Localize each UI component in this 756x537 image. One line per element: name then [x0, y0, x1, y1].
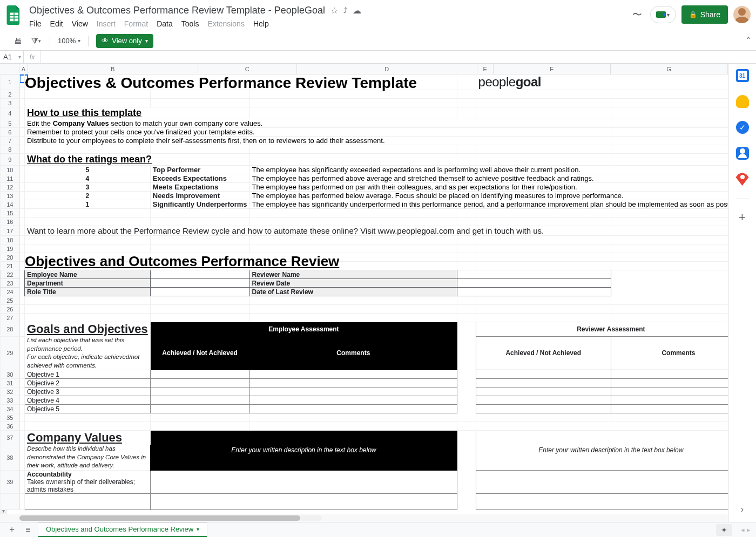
col-header[interactable]: C [198, 64, 297, 74]
menu-data[interactable]: Data [157, 19, 173, 28]
move-icon[interactable]: ⤴ [343, 6, 347, 15]
menu-file[interactable]: File [29, 19, 42, 28]
column-headers[interactable]: A B C D E F G [0, 64, 728, 74]
col-header[interactable]: B [28, 64, 198, 74]
rating-number: 5 [27, 166, 148, 174]
info-input[interactable] [150, 288, 249, 296]
row-header[interactable]: 1 [1, 74, 20, 90]
objective-label[interactable]: Objective 2 [25, 379, 151, 388]
info-input[interactable] [457, 288, 611, 296]
rating-label: Exceeds Expectations [153, 174, 227, 182]
rating-label: Top Performer [153, 166, 201, 174]
print-icon[interactable]: 🖶 [12, 35, 24, 47]
col-header[interactable]: E [477, 64, 494, 74]
assessment-cell[interactable] [150, 388, 249, 396]
assessment-cell[interactable] [476, 379, 611, 388]
value-input[interactable] [476, 470, 728, 493]
sheets-logo[interactable] [5, 4, 23, 26]
meet-button[interactable]: ▾ [650, 6, 676, 23]
info-input[interactable] [150, 279, 249, 288]
assessment-cell[interactable] [611, 396, 728, 405]
section-description: List each objective that was set this pe… [27, 337, 139, 369]
name-box[interactable]: A1▾ [0, 51, 24, 63]
assessment-cell[interactable] [249, 388, 457, 396]
assessment-cell[interactable] [476, 370, 611, 379]
prompt-text: Enter your written description in the te… [150, 431, 457, 471]
cloud-status-icon[interactable]: ☁ [353, 5, 361, 16]
rating-label: Meets Expectations [153, 183, 218, 191]
maps-icon[interactable] [736, 173, 749, 186]
zoom-select[interactable]: 100% ▾ [58, 37, 80, 45]
menu-edit[interactable]: Edit [50, 19, 63, 28]
assessment-cell[interactable] [150, 370, 249, 379]
calendar-icon[interactable] [736, 69, 749, 82]
value-title: Accountability [27, 471, 72, 478]
lock-icon: 🔒 [689, 11, 697, 18]
objective-label[interactable]: Objective 1 [25, 370, 151, 379]
assessment-cell[interactable] [150, 405, 249, 413]
menu-insert: Insert [97, 19, 116, 28]
star-icon[interactable]: ☆ [330, 5, 338, 16]
assessment-cell[interactable] [249, 370, 457, 379]
view-only-button[interactable]: 👁 View only ▾ [96, 34, 153, 48]
filter-icon[interactable]: ⧩▾ [30, 35, 42, 47]
assessment-cell[interactable] [249, 405, 457, 413]
info-label: Reviewer Name [249, 270, 457, 279]
info-input[interactable] [457, 270, 611, 279]
col-header[interactable]: A [19, 64, 28, 74]
spreadsheet-grid[interactable]: 1 Objectives & Outcomes Performance Revi… [0, 74, 728, 510]
section-title: Company Values [27, 431, 122, 444]
assessment-cell[interactable] [150, 379, 249, 388]
menu-bar: File Edit View Insert Format Data Tools … [29, 19, 630, 28]
col-header[interactable]: G [611, 64, 728, 74]
section-title: Objectives and Outcomes Performance Revi… [25, 253, 339, 270]
formula-bar[interactable] [41, 51, 756, 63]
share-button[interactable]: 🔒 Share [681, 5, 728, 24]
explore-button[interactable]: ✦ [716, 524, 732, 536]
account-avatar[interactable] [733, 6, 751, 23]
learn-more-text: Want to learn more about the Performance… [27, 226, 544, 235]
value-input[interactable] [150, 470, 457, 493]
assessment-cell[interactable] [611, 379, 728, 388]
assessment-cell[interactable] [476, 396, 611, 405]
collapse-toolbar-icon[interactable]: ˄ [746, 36, 751, 45]
assessment-cell[interactable] [611, 370, 728, 379]
tab-scroll-arrows[interactable]: ◂▸ [741, 526, 751, 534]
tasks-icon[interactable] [736, 121, 749, 134]
col-header[interactable]: D [297, 64, 477, 74]
add-sheet-icon[interactable]: ＋ [5, 524, 18, 535]
rating-number: 4 [27, 175, 148, 182]
menu-tools[interactable]: Tools [181, 19, 199, 28]
all-sheets-icon[interactable]: ≡ [22, 525, 35, 535]
keep-icon[interactable] [736, 95, 749, 108]
add-addon-icon[interactable]: + [737, 212, 748, 223]
document-title[interactable]: Objectives & Outcomes Performance Review… [29, 5, 325, 16]
menu-help[interactable]: Help [253, 19, 269, 28]
instruction-text: Remember to protect your cells once you'… [27, 128, 255, 136]
assessment-cell[interactable] [476, 388, 611, 396]
col-header[interactable]: F [494, 64, 611, 74]
objective-label[interactable]: Objective 5 [25, 405, 151, 413]
select-all-corner[interactable] [0, 64, 19, 74]
objective-label[interactable]: Objective 3 [25, 388, 151, 396]
assessment-cell[interactable] [249, 379, 457, 388]
activity-icon[interactable]: 〜 [630, 7, 645, 22]
contacts-icon[interactable] [736, 147, 749, 160]
eye-icon: 👁 [102, 37, 109, 45]
assessment-cell[interactable] [249, 396, 457, 405]
menu-view[interactable]: View [72, 19, 88, 28]
assessment-cell[interactable] [611, 405, 728, 413]
assessment-cell[interactable] [611, 388, 728, 396]
assessment-cell[interactable] [476, 405, 611, 413]
side-panel: + › [728, 64, 756, 522]
info-input[interactable] [457, 279, 611, 288]
info-label: Department [25, 279, 151, 288]
horizontal-scrollbar[interactable] [0, 514, 728, 522]
objective-label[interactable]: Objective 4 [25, 396, 151, 405]
hide-sidepanel-icon[interactable]: › [741, 505, 744, 514]
section-description: Describe how this individual has demonst… [27, 445, 146, 468]
instruction-text: Distribute to your employees to complete… [27, 137, 385, 145]
assessment-cell[interactable] [150, 396, 249, 405]
info-input[interactable] [150, 270, 249, 279]
sheet-tab[interactable]: Objectives and Outcomes Performance Revi… [38, 522, 207, 538]
